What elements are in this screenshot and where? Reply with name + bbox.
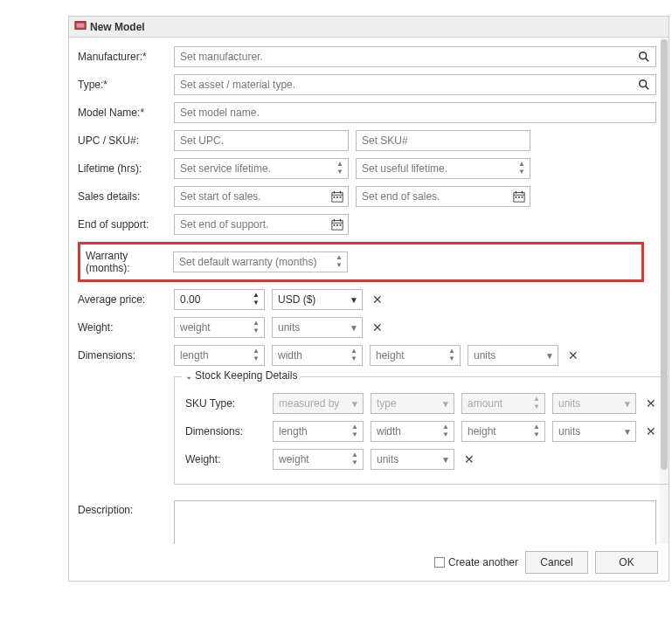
stock-toggle[interactable]: ⌄ Stock Keeping Details (182, 369, 301, 382)
weight-label: Weight: (78, 321, 174, 334)
new-model-dialog: New Model Manufacturer: Set manufacturer… (68, 16, 669, 582)
dropdown-icon[interactable]: ▼ (544, 351, 556, 361)
model-name-label: Model Name: (78, 107, 174, 119)
svg-rect-11 (334, 196, 336, 198)
dropdown-icon[interactable]: ▼ (440, 399, 452, 409)
clear-icon[interactable]: ✕ (461, 451, 477, 467)
dropdown-icon[interactable]: ▼ (621, 427, 634, 437)
dropdown-icon[interactable]: ▼ (348, 323, 360, 333)
start-sales-input[interactable]: Set start of sales. (174, 186, 349, 207)
sku-amount-input[interactable]: amount ▲▼ (461, 393, 545, 414)
form-content: Manufacturer: Set manufacturer. Type: Se… (69, 38, 669, 544)
search-icon[interactable] (634, 75, 654, 94)
sales-details-label: Sales details: (78, 190, 174, 203)
end-sales-input[interactable]: Set end of sales. (356, 186, 530, 207)
weight-input[interactable]: weight ▲▼ (174, 317, 265, 338)
spin-down-icon[interactable]: ▼ (250, 327, 262, 335)
clear-icon[interactable]: ✕ (370, 320, 385, 335)
type-input[interactable]: Set asset / material type. (174, 74, 656, 95)
clear-icon[interactable]: ✕ (643, 424, 659, 439)
svg-rect-20 (522, 196, 523, 198)
dim-units-select[interactable]: units ▼ (468, 345, 558, 366)
useful-lifetime-input[interactable]: Set useful lifetime. ▲▼ (356, 158, 530, 179)
svg-line-4 (646, 59, 649, 62)
length-input[interactable]: length ▲▼ (174, 345, 265, 366)
upc-sku-label: UPC / SKU#: (78, 134, 174, 147)
clear-icon[interactable]: ✕ (643, 396, 659, 411)
create-another-checkbox[interactable]: Create another (434, 556, 518, 568)
svg-rect-25 (334, 224, 336, 226)
titlebar: New Model (69, 17, 669, 38)
description-label: Description: (78, 500, 174, 516)
dropdown-icon[interactable]: ▼ (348, 295, 360, 305)
dialog-footer: Create another Cancel OK (69, 544, 669, 581)
stock-weight-label: Weight: (185, 453, 273, 465)
sku-type-label: SKU Type: (185, 397, 273, 410)
svg-line-6 (646, 86, 649, 90)
clear-icon[interactable]: ✕ (370, 292, 385, 307)
svg-rect-26 (336, 224, 338, 226)
sku-units-select[interactable]: units ▼ (552, 393, 636, 414)
model-name-input[interactable]: Set model name. (174, 102, 656, 123)
svg-rect-12 (336, 196, 338, 198)
model-icon (74, 19, 87, 34)
sku-input[interactable]: Set SKU# (356, 130, 530, 151)
width-input[interactable]: width ▲▼ (272, 345, 363, 366)
spin-down-icon[interactable]: ▼ (333, 262, 345, 270)
stock-dimensions-label: Dimensions: (185, 425, 273, 437)
spin-down-icon[interactable]: ▼ (250, 300, 262, 307)
service-lifetime-input[interactable]: Set service lifetime. ▲▼ (174, 158, 349, 179)
calendar-icon[interactable] (329, 188, 346, 205)
spin-down-icon[interactable]: ▼ (440, 431, 452, 439)
stock-length-input[interactable]: length ▲▼ (273, 421, 364, 442)
clear-icon[interactable]: ✕ (565, 348, 581, 363)
stock-dim-units-select[interactable]: units ▼ (552, 421, 636, 442)
stock-width-input[interactable]: width ▲▼ (371, 421, 454, 442)
stock-height-input[interactable]: height ▲▼ (461, 421, 545, 442)
spin-down-icon[interactable]: ▼ (446, 355, 458, 363)
description-textarea[interactable] (174, 500, 656, 544)
manufacturer-label: Manufacturer: (78, 51, 174, 63)
spin-down-icon[interactable]: ▼ (516, 169, 528, 176)
cancel-button[interactable]: Cancel (525, 551, 588, 574)
currency-select[interactable]: USD ($) ▼ (272, 289, 363, 310)
warranty-highlight: Warranty (months): Set default warranty … (78, 242, 644, 282)
sku-type-select[interactable]: type ▼ (371, 393, 454, 414)
svg-rect-18 (516, 196, 517, 198)
spin-down-icon[interactable]: ▼ (349, 459, 361, 467)
warranty-label: Warranty (months): (86, 250, 173, 274)
svg-rect-2 (75, 22, 86, 24)
end-support-input[interactable]: Set end of support. (174, 214, 349, 235)
measured-by-select[interactable]: measured by ▼ (273, 393, 364, 414)
chevron-down-icon: ⌄ (185, 371, 192, 381)
svg-point-3 (640, 52, 647, 59)
warranty-input[interactable]: Set default warranty (months) ▲▼ (173, 251, 348, 272)
weight-units-select[interactable]: units ▼ (272, 317, 363, 338)
height-input[interactable]: height ▲▼ (370, 345, 461, 366)
stock-weight-units-select[interactable]: units ▼ (371, 449, 454, 470)
avg-price-input[interactable]: 0.00 ▲▼ (174, 289, 265, 310)
upc-input[interactable]: Set UPC. (174, 130, 349, 151)
spin-down-icon[interactable]: ▼ (349, 431, 361, 439)
spin-down-icon[interactable]: ▼ (348, 355, 360, 363)
spin-down-icon[interactable]: ▼ (530, 431, 543, 439)
dialog-title: New Model (90, 21, 145, 33)
spin-down-icon[interactable]: ▼ (250, 355, 262, 363)
lifetime-label: Lifetime (hrs): (78, 162, 174, 175)
manufacturer-input[interactable]: Set manufacturer. (174, 46, 656, 67)
search-icon[interactable] (634, 47, 654, 66)
svg-rect-13 (340, 196, 342, 198)
ok-button[interactable]: OK (595, 551, 658, 574)
dropdown-icon[interactable]: ▼ (349, 399, 361, 409)
stock-keeping-group: ⌄ Stock Keeping Details SKU Type: measur… (174, 376, 669, 485)
calendar-icon[interactable] (510, 188, 528, 205)
svg-point-5 (640, 80, 647, 87)
spin-down-icon[interactable]: ▼ (334, 169, 346, 176)
dropdown-icon[interactable]: ▼ (440, 455, 452, 465)
stock-weight-input[interactable]: weight ▲▼ (273, 449, 364, 470)
dropdown-icon[interactable]: ▼ (621, 399, 634, 409)
spin-down-icon[interactable]: ▼ (530, 403, 543, 411)
calendar-icon[interactable] (329, 216, 346, 233)
svg-rect-19 (518, 196, 520, 198)
checkbox-icon (434, 557, 445, 568)
